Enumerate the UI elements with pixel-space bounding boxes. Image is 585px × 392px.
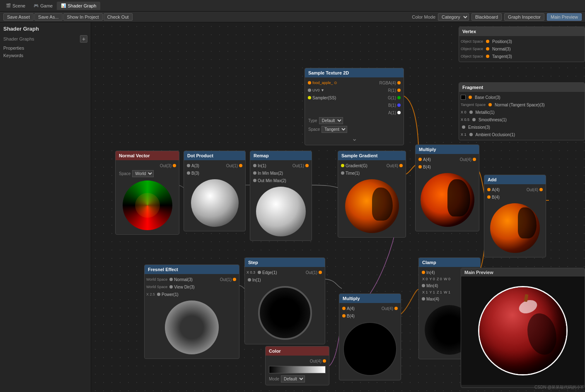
apple-preview-sphere <box>479 287 566 374</box>
frag-basecolor-port <box>469 96 472 99</box>
fresnel-out-port <box>233 278 236 281</box>
vertex-tangent-port <box>486 55 489 58</box>
game-icon: 🎮 <box>34 3 39 8</box>
toolbar: Save Asset Save As... Show In Project Ch… <box>0 12 585 22</box>
b-out-port <box>397 103 401 107</box>
mul1-out-port <box>473 158 476 161</box>
main-layout: Shader Graph Shader Graphs + Properties … <box>0 22 585 392</box>
clamp-max-port <box>422 297 425 301</box>
add-shader-graph-button[interactable]: + <box>80 35 87 43</box>
space-select[interactable]: Tangent <box>322 126 347 133</box>
mul2-b-row: B(4) <box>341 312 399 320</box>
panel-title: Shader Graph <box>3 26 87 32</box>
multiply-bottom-header: Multiply <box>339 294 401 303</box>
sample-texture-header: Sample Texture 2D <box>305 68 404 77</box>
tab-game[interactable]: 🎮 Game <box>29 2 57 10</box>
show-in-project-button[interactable]: Show In Project <box>63 13 103 21</box>
step-preview <box>258 286 312 340</box>
sampler-in-port <box>308 96 311 99</box>
texture-in-port <box>308 81 311 84</box>
mul1-b-row: B(4) <box>417 163 477 171</box>
remap-minmax1-port <box>253 171 256 175</box>
step-out-port <box>319 271 322 274</box>
multiply-bottom-node: Multiply A(4) Out(4) B(4) <box>339 293 401 380</box>
fragment-node: Fragment Base Color(3) Tangent Space Nor… <box>459 82 585 140</box>
remap-minmax2-row: Out Min Max(2) <box>252 177 310 184</box>
graph-inspector-button[interactable]: Graph Inspector <box>504 13 544 21</box>
fresnel-viewdir-row: World Space View Dir(3) <box>146 283 237 291</box>
main-preview-header: Main Preview <box>461 268 585 277</box>
sample-gradient-node: Sample Gradient Gradient(G) Out(4) Time(… <box>338 151 406 238</box>
gradient-out-port <box>399 164 403 167</box>
time-in-row: Time(1) <box>340 169 404 177</box>
texture-row: food_apple_ ⊙ RGBA(4) <box>307 79 402 87</box>
frag-metallic-port <box>469 111 473 114</box>
dot-product-node: Dot Product A(3) Out(1) B(3) <box>184 151 246 231</box>
remap-minmax2-port <box>253 179 256 182</box>
color-swatch[interactable] <box>269 366 326 373</box>
normal-preview <box>123 180 172 230</box>
graph-canvas[interactable]: Sample Texture 2D food_apple_ ⊙ RGBA(4) … <box>91 22 585 392</box>
main-preview-button[interactable]: Main Preview <box>547 13 582 21</box>
check-out-button[interactable]: Check Out <box>104 13 133 21</box>
gradient-in-row: Gradient(G) Out(4) <box>340 162 404 169</box>
add-header: Add <box>484 175 546 184</box>
frag-metallic-row: X 0 Metallic(1) <box>461 108 583 116</box>
frag-normal-port <box>488 103 492 106</box>
normal-out-row: Out(3) <box>117 162 177 169</box>
dot-product-header: Dot Product <box>184 151 245 160</box>
vertex-node: Vertex Object Space Position(3) Object S… <box>459 26 585 62</box>
shader-graphs-label: Shader Graphs <box>3 36 34 41</box>
step-in-port <box>248 278 251 281</box>
main-preview-content <box>461 277 585 385</box>
dp-a-port <box>187 164 190 167</box>
properties-item[interactable]: Properties <box>3 44 87 52</box>
multiply-top-node: Multiply A(4) Out(4) B(4) <box>415 144 479 231</box>
step-node: Step X 0.3 Edge(1) Out(1) In(1) <box>244 257 325 344</box>
blackboard-button[interactable]: Blackboard <box>471 13 502 21</box>
fresnel-normal-port <box>169 278 173 281</box>
save-as-button[interactable]: Save As... <box>34 13 63 21</box>
tab-bar: 🎬 Scene 🎮 Game 📊 Shader Graph <box>0 0 585 12</box>
vertex-header: Vertex <box>459 27 585 36</box>
save-asset-button[interactable]: Save Asset <box>3 13 34 21</box>
step-header: Step <box>245 258 325 267</box>
time-in-port <box>341 171 344 175</box>
normal-space-field: Space World <box>117 169 177 178</box>
a-out-port <box>397 111 401 114</box>
frag-emission-port <box>462 125 465 129</box>
tab-scene[interactable]: 🎬 Scene <box>2 2 29 10</box>
remap-minmax1-row: In Min Max(2) <box>252 169 310 177</box>
sample-texture-node: Sample Texture 2D food_apple_ ⊙ RGBA(4) … <box>305 68 404 145</box>
normal-space-select[interactable]: World <box>132 170 154 177</box>
type-field: Type Default <box>307 116 402 125</box>
remap-in-row: In(1) Out(1) <box>252 162 310 169</box>
sample-gradient-preview <box>345 179 399 233</box>
normal-vector-header: Normal Vector <box>116 151 179 160</box>
expand-icon[interactable]: ⌄ <box>307 134 402 143</box>
vertex-pos-port <box>486 40 489 43</box>
multiply-top-preview <box>421 173 474 227</box>
mul2-out-port <box>394 307 398 310</box>
fresnel-header: Fresnel Effect <box>145 265 239 274</box>
multiply-top-header: Multiply <box>416 145 479 154</box>
normal-out-port <box>173 164 176 167</box>
type-select[interactable]: Default <box>319 117 343 124</box>
color-out-row: Out(4) <box>267 357 327 365</box>
frag-emission-row: Emission(3) <box>461 123 583 131</box>
color-mode-select[interactable]: Category <box>438 13 469 21</box>
frag-ao-row: X 1 Ambient Occlusion(1) <box>461 131 583 138</box>
uv-in-port <box>308 89 311 92</box>
color-mode-node-select[interactable]: Default <box>281 375 305 382</box>
vertex-normal-port <box>486 47 489 51</box>
remap-in-port <box>253 164 256 167</box>
tab-shader-graph[interactable]: 📊 Shader Graph <box>57 2 100 10</box>
sampler-row: Sampler(SS) G(1) <box>307 94 402 101</box>
add-node: Add A(4) Out(4) B(4) <box>484 175 546 257</box>
scene-icon: 🎬 <box>6 3 11 8</box>
keywords-item[interactable]: Keywords <box>3 52 87 59</box>
dp-b-row: B(3) <box>186 169 244 177</box>
a-row: A(1) <box>307 109 402 116</box>
g-out-port <box>397 96 401 99</box>
toolbar-right: Color Mode Category Blackboard Graph Ins… <box>412 13 582 21</box>
